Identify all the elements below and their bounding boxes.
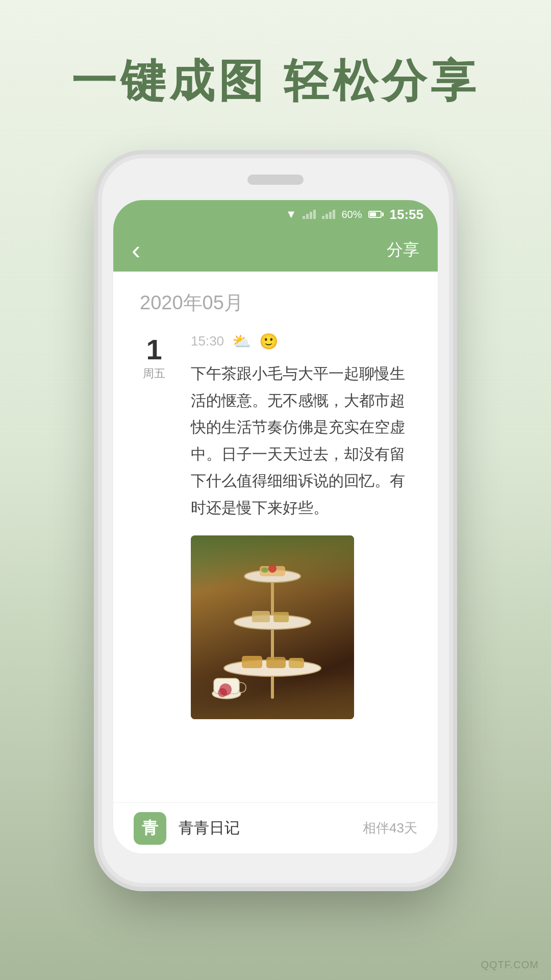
status-time: 15:55 [390,207,424,223]
svg-point-3 [268,565,277,573]
diary-text: 下午茶跟小毛与大平一起聊慢生活的惬意。无不感慨，大都市超快的生活节奏仿佛是充实在… [191,360,419,521]
app-footer: 青 青青日记 相伴43天 [113,802,438,853]
mood-icon: 🙂 [259,332,278,350]
signal-icon-2 [322,210,335,219]
page-background: 一键成图 轻松分享 ▼ [0,0,551,980]
month-header: 2020年05月 [113,272,438,324]
weather-icon: ⛅ [232,332,251,350]
back-button[interactable]: ‹ [132,237,140,263]
battery-percent: 60% [341,209,362,220]
diary-time: 15:30 [191,333,224,349]
svg-rect-6 [252,611,270,622]
diary-day-number: 1 [132,335,177,364]
svg-rect-9 [242,656,262,668]
wifi-icon: ▼ [286,208,297,221]
phone-speaker [247,175,304,185]
companion-text: 相伴43天 [363,819,417,837]
signal-icon-1 [303,210,316,219]
battery-icon [368,211,384,218]
svg-rect-7 [273,612,289,622]
svg-point-15 [218,688,227,697]
share-button[interactable]: 分享 [387,239,419,261]
tea-stand-svg [206,556,339,709]
app-icon: 青 [134,812,166,845]
svg-rect-11 [289,658,304,668]
diary-meta: 15:30 ⛅ 🙂 [191,332,419,350]
diary-image [191,535,354,719]
footer-left: 青 青青日记 [134,812,240,845]
svg-rect-10 [266,657,286,668]
main-title: 一键成图 轻松分享 [0,0,551,112]
app-name: 青青日记 [179,818,240,839]
svg-rect-0 [271,566,274,699]
diary-entry-body: 15:30 ⛅ 🙂 下午茶跟小毛与大平一起聊慢生活的惬意。无不感慨，大都市超快的… [177,332,419,788]
app-bar: ‹ 分享 [113,229,438,272]
diary-entry: 1 周五 15:30 ⛅ 🙂 下午茶跟小毛与大平一起聊慢生活的惬意。无不感慨，大… [113,324,438,802]
svg-point-5 [234,615,311,629]
screen-content: 2020年05月 1 周五 15:30 ⛅ 🙂 [113,272,438,853]
diary-date-column: 1 周五 [132,332,177,788]
status-bar: ▼ 60% [113,200,438,229]
diary-day-name: 周五 [132,366,177,381]
phone-screen: ▼ 60% [113,200,438,853]
phone-device: ▼ 60% [102,158,449,883]
watermark: QQTF.COM [481,959,539,971]
svg-point-4 [261,568,268,573]
